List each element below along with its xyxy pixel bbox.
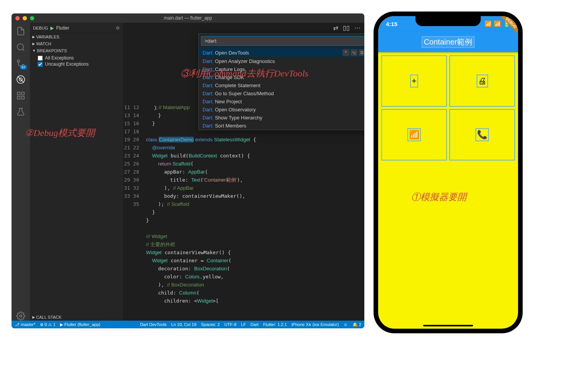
card-add[interactable]: + <box>382 56 446 106</box>
all-exceptions-checkbox[interactable] <box>38 56 43 61</box>
palette-item[interactable]: Dart:Capture Logsother commands <box>199 65 364 73</box>
spaces-status[interactable]: Spaces: 2 <box>201 322 220 327</box>
start-debug-button[interactable]: ▶ <box>50 25 54 31</box>
card-print[interactable]: 🖨 <box>450 56 514 106</box>
palette-item[interactable]: Dart: Open DevTools ^ ⌥ D recently used <box>199 48 364 57</box>
svg-line-5 <box>18 76 24 83</box>
home-indicator[interactable] <box>423 325 473 326</box>
breakpoints-section[interactable]: ▼BREAKPOINTS <box>30 47 123 54</box>
print-icon: 🖨 <box>477 75 487 87</box>
debug-icon[interactable] <box>16 75 25 84</box>
device-status[interactable]: iPhone Xʀ (ios Emulator) <box>291 322 339 327</box>
lang-status[interactable]: Dart <box>251 322 259 327</box>
status-bar: ⎇ master* ⊗ 0 ⚠ 1 ▶ Flutter (flutter_app… <box>12 321 364 328</box>
add-icon: + <box>411 75 417 87</box>
traffic-lights <box>15 16 34 20</box>
nav-up-icon[interactable]: ^ <box>342 49 349 56</box>
svg-point-1 <box>17 60 20 62</box>
callstack-section[interactable]: ▶CALL STACK <box>30 314 123 321</box>
all-exceptions-row[interactable]: All Exceptions <box>38 55 120 61</box>
palette-item[interactable]: Dart:Go to Super Class/Method <box>199 89 364 98</box>
scm-badge: 57 <box>20 65 27 70</box>
flutter-status[interactable]: Flutter: 1.2.1 <box>263 322 287 327</box>
search-icon[interactable] <box>16 43 25 52</box>
titlebar: main.dart — flutter_app <box>12 13 364 23</box>
branch-status[interactable]: ⎇ master* <box>15 322 35 327</box>
more-icon[interactable]: ⋯ <box>354 24 360 31</box>
cursor-position[interactable]: Ln 10, Col 19 <box>171 322 196 327</box>
nav-d-icon[interactable]: D <box>359 49 364 56</box>
beaker-icon[interactable] <box>16 107 25 116</box>
uncaught-exceptions-checkbox[interactable] <box>38 62 43 67</box>
svg-rect-8 <box>17 96 20 99</box>
problems-status[interactable]: ⊗ 0 ⚠ 1 <box>40 322 55 327</box>
variables-section[interactable]: ▶VARIABLES <box>30 33 123 40</box>
eol-status[interactable]: LF <box>241 322 246 327</box>
nav-alt-icon[interactable]: ⌥ <box>350 49 357 56</box>
palette-item[interactable]: Dart:Open Analyzer Diagnostics <box>199 57 364 65</box>
ios-time: 4:15 <box>386 21 397 27</box>
editor-toolbar: ⇄ ▯▯ ⋯ <box>333 24 360 31</box>
feedback-icon[interactable]: ☺ <box>344 322 348 327</box>
explorer-icon[interactable] <box>16 26 25 36</box>
svg-point-10 <box>20 315 22 317</box>
running-status[interactable]: ▶ Flutter (flutter_app) <box>60 322 100 327</box>
encoding-status[interactable]: UTF-8 <box>224 322 236 327</box>
compare-icon[interactable]: ⇄ <box>333 24 338 31</box>
scm-icon[interactable]: 57 <box>16 59 25 68</box>
maximize-button[interactable] <box>30 16 34 20</box>
debug-config[interactable]: Flutter <box>56 25 113 31</box>
palette-item[interactable]: Dart:Open Observatory <box>199 106 364 114</box>
activity-bar: 57 <box>12 23 30 321</box>
palette-item[interactable]: Dart:Show Type HierarchyF4 <box>199 114 364 122</box>
card-phone[interactable]: 📞 <box>450 110 514 160</box>
ios-simulator: DEBUG 4:15 📶 📶 🔋 Container範例 + 🖨 📶 📞 <box>374 12 523 333</box>
minimize-button[interactable] <box>23 16 27 20</box>
notch <box>415 16 481 26</box>
flutter-appbar: Container範例 <box>378 31 518 52</box>
notifications-icon[interactable]: 🔔 2 <box>352 322 361 327</box>
svg-rect-7 <box>22 92 24 95</box>
extensions-icon[interactable] <box>16 91 25 100</box>
devtools-status[interactable]: Dart DevTools <box>140 322 166 327</box>
palette-item[interactable]: Dart:Complete Statement <box>199 81 364 89</box>
wifi-icon: 📶 <box>494 20 501 27</box>
window-title: main.dart — flutter_app <box>164 15 212 21</box>
watch-section[interactable]: ▶WATCH <box>30 40 123 47</box>
debug-toolbar: DEBUG ▶ Flutter ⚙ <box>30 23 123 33</box>
signal-icon: 📶 <box>485 20 492 27</box>
debug-sidebar: DEBUG ▶ Flutter ⚙ ▶VARIABLES ▶WATCH ▼BRE… <box>30 23 123 321</box>
uncaught-exceptions-row[interactable]: Uncaught Exceptions <box>38 61 120 67</box>
command-palette: Dart: Open DevTools ^ ⌥ D recently used … <box>198 33 364 130</box>
phone-icon: 📞 <box>476 129 488 141</box>
close-button[interactable] <box>15 16 20 20</box>
svg-rect-9 <box>22 96 24 99</box>
card-wifi[interactable]: 📶 <box>382 110 446 160</box>
vscode-window: main.dart — flutter_app 57 DEBUG ▶ Flutt… <box>12 13 364 328</box>
container-grid: + 🖨 📶 📞 <box>378 52 518 164</box>
svg-point-0 <box>17 44 23 50</box>
debug-label: DEBUG <box>33 26 48 30</box>
palette-input[interactable] <box>201 36 364 46</box>
split-icon[interactable]: ▯▯ <box>343 24 350 31</box>
config-gear-icon[interactable]: ⚙ <box>116 25 120 31</box>
settings-icon[interactable] <box>16 311 25 321</box>
editor[interactable]: ⇄ ▯▯ ⋯ 11 12 13 14 15 16 17 18 19 20 21 … <box>123 23 364 321</box>
appbar-title: Container範例 <box>422 37 474 47</box>
palette-item[interactable]: Dart:Sort Members <box>199 122 364 130</box>
wifi-icon: 📶 <box>408 129 420 141</box>
palette-item[interactable]: Dart:Change SDK <box>199 73 364 81</box>
phone-screen[interactable]: DEBUG 4:15 📶 📶 🔋 Container範例 + 🖨 📶 📞 <box>378 16 518 329</box>
svg-rect-6 <box>17 92 20 95</box>
palette-item[interactable]: Dart:New Project <box>199 98 364 106</box>
line-gutter: 11 12 13 14 15 16 17 18 19 20 21 22 23 2… <box>123 23 146 321</box>
